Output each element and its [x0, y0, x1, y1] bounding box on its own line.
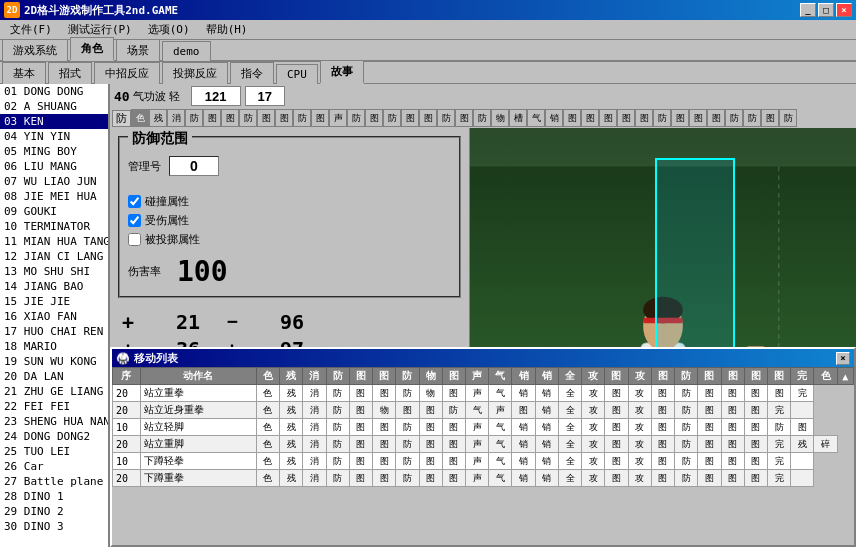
- char-item-05[interactable]: 05 MING BOY: [0, 144, 108, 159]
- toolbar-cell-7[interactable]: 图: [257, 109, 275, 127]
- toolbar-cell-30[interactable]: 图: [671, 109, 689, 127]
- toolbar-cell-20[interactable]: 物: [491, 109, 509, 127]
- toolbar-cell-10[interactable]: 图: [311, 109, 329, 127]
- toolbar-cell-2[interactable]: 消: [167, 109, 185, 127]
- dialog-close-button[interactable]: ×: [836, 352, 850, 365]
- char-item-29[interactable]: 29 DINO 2: [0, 504, 108, 519]
- value1-input[interactable]: [191, 86, 241, 106]
- toolbar-cell-21[interactable]: 槽: [509, 109, 527, 127]
- toolbar-cell-29[interactable]: 防: [653, 109, 671, 127]
- char-item-01[interactable]: 01 DONG DONG: [0, 84, 108, 99]
- toolbar-cell-17[interactable]: 防: [437, 109, 455, 127]
- char-item-23[interactable]: 23 SHENG HUA NAN: [0, 414, 108, 429]
- char-item-09[interactable]: 09 GOUKI: [0, 204, 108, 219]
- dialog-scroll-area[interactable]: 序动作名色残消防图图防物图声气销销全攻图攻图防图图图图完色▲ 20站立重拳色残消…: [112, 367, 854, 545]
- toolbar-cell-34[interactable]: 防: [743, 109, 761, 127]
- toolbar-cell-31[interactable]: 图: [689, 109, 707, 127]
- toolbar-cell-9[interactable]: 防: [293, 109, 311, 127]
- menu-help[interactable]: 帮助(H): [198, 20, 256, 39]
- char-item-02[interactable]: 02 A SHUANG: [0, 99, 108, 114]
- maximize-button[interactable]: □: [818, 3, 834, 17]
- table-row[interactable]: 20下蹲重拳色残消防图图防图图声气销销全攻图攻图防图图图完: [113, 470, 854, 487]
- char-item-14[interactable]: 14 JIANG BAO: [0, 279, 108, 294]
- toolbar-cell-33[interactable]: 防: [725, 109, 743, 127]
- table-row[interactable]: 10站立轻脚色残消防图图防图图声气销销全攻图攻图防图图图防图: [113, 419, 854, 436]
- char-item-27[interactable]: 27 Battle plane: [0, 474, 108, 489]
- toolbar-cell-6[interactable]: 防: [239, 109, 257, 127]
- toolbar-cell-0[interactable]: 色: [131, 109, 149, 127]
- char-item-18[interactable]: 18 MARIO: [0, 339, 108, 354]
- tab-command[interactable]: 指令: [230, 62, 274, 84]
- toolbar-cell-25[interactable]: 图: [581, 109, 599, 127]
- toolbar-cell-28[interactable]: 图: [635, 109, 653, 127]
- toolbar-cell-32[interactable]: 图: [707, 109, 725, 127]
- char-item-20[interactable]: 20 DA LAN: [0, 369, 108, 384]
- toolbar-cell-13[interactable]: 图: [365, 109, 383, 127]
- char-item-26[interactable]: 26 Car: [0, 459, 108, 474]
- tab-throw-reaction[interactable]: 投掷反应: [162, 62, 228, 84]
- toolbar-cell-36[interactable]: 防: [779, 109, 797, 127]
- char-item-17[interactable]: 17 HUO CHAI REN: [0, 324, 108, 339]
- char-item-16[interactable]: 16 XIAO FAN: [0, 309, 108, 324]
- table-row[interactable]: 10下蹲轻拳色残消防图图防图图声气销销全攻图攻图防图图图完: [113, 453, 854, 470]
- table-row[interactable]: 20站立近身重拳色残消防图物图图防气声图销全攻图攻图防图图图完: [113, 402, 854, 419]
- char-item-13[interactable]: 13 MO SHU SHI: [0, 264, 108, 279]
- collision-checkbox[interactable]: [128, 195, 141, 208]
- toolbar-cell-18[interactable]: 图: [455, 109, 473, 127]
- toolbar-cell-3[interactable]: 防: [185, 109, 203, 127]
- menu-file[interactable]: 文件(F): [2, 20, 60, 39]
- char-item-28[interactable]: 28 DINO 1: [0, 489, 108, 504]
- char-item-12[interactable]: 12 JIAN CI LANG: [0, 249, 108, 264]
- management-input[interactable]: [169, 156, 219, 176]
- toolbar-cell-35[interactable]: 图: [761, 109, 779, 127]
- toolbar-cell-26[interactable]: 图: [599, 109, 617, 127]
- cell-data-2-23: 图: [791, 419, 814, 436]
- tab-story[interactable]: 故事: [320, 60, 364, 84]
- char-item-04[interactable]: 04 YIN YIN: [0, 129, 108, 144]
- toolbar-cell-15[interactable]: 图: [401, 109, 419, 127]
- tab-scene[interactable]: 场景: [116, 39, 160, 61]
- table-row[interactable]: 20站立重脚色残消防图图防图图声气销销全攻图攻图防图图图完残碎: [113, 436, 854, 453]
- char-item-10[interactable]: 10 TERMINATOR: [0, 219, 108, 234]
- toolbar-cell-19[interactable]: 防: [473, 109, 491, 127]
- char-item-11[interactable]: 11 MIAN HUA TANG: [0, 234, 108, 249]
- char-item-22[interactable]: 22 FEI FEI: [0, 399, 108, 414]
- tab-demo[interactable]: demo: [162, 41, 211, 61]
- character-list[interactable]: 01 DONG DONG02 A SHUANG03 KEN04 YIN YIN0…: [0, 84, 110, 547]
- toolbar-cell-22[interactable]: 气: [527, 109, 545, 127]
- toolbar-cell-12[interactable]: 防: [347, 109, 365, 127]
- char-item-07[interactable]: 07 WU LIAO JUN: [0, 174, 108, 189]
- tab-character[interactable]: 角色: [70, 37, 114, 61]
- toolbar-cell-24[interactable]: 图: [563, 109, 581, 127]
- toolbar-cell-14[interactable]: 防: [383, 109, 401, 127]
- close-button[interactable]: ×: [836, 3, 852, 17]
- char-item-03[interactable]: 03 KEN: [0, 114, 108, 129]
- char-item-21[interactable]: 21 ZHU GE LIANG: [0, 384, 108, 399]
- tab-move[interactable]: 招式: [48, 62, 92, 84]
- char-item-25[interactable]: 25 TUO LEI: [0, 444, 108, 459]
- char-item-19[interactable]: 19 SUN WU KONG: [0, 354, 108, 369]
- tab-hit-reaction[interactable]: 中招反应: [94, 62, 160, 84]
- toolbar-cell-23[interactable]: 销: [545, 109, 563, 127]
- throw-checkbox[interactable]: [128, 233, 141, 246]
- toolbar-cell-1[interactable]: 残: [149, 109, 167, 127]
- damage-checkbox[interactable]: [128, 214, 141, 227]
- tab-basic[interactable]: 基本: [2, 62, 46, 84]
- toolbar-cell-8[interactable]: 图: [275, 109, 293, 127]
- toolbar-cell-27[interactable]: 图: [617, 109, 635, 127]
- value2-input[interactable]: [245, 86, 285, 106]
- table-row[interactable]: 20站立重拳色残消防图图防物图声气销销全攻图攻图防图图图图完: [113, 385, 854, 402]
- minimize-button[interactable]: _: [800, 3, 816, 17]
- char-item-15[interactable]: 15 JIE JIE: [0, 294, 108, 309]
- tab-game-system[interactable]: 游戏系统: [2, 39, 68, 61]
- toolbar-cell-11[interactable]: 声: [329, 109, 347, 127]
- char-item-08[interactable]: 08 JIE MEI HUA: [0, 189, 108, 204]
- char-item-24[interactable]: 24 DONG DONG2: [0, 429, 108, 444]
- char-item-30[interactable]: 30 DINO 3: [0, 519, 108, 534]
- toolbar-cell-4[interactable]: 图: [203, 109, 221, 127]
- toolbar-cell-5[interactable]: 图: [221, 109, 239, 127]
- tab-cpu[interactable]: CPU: [276, 64, 318, 84]
- toolbar-cell-16[interactable]: 图: [419, 109, 437, 127]
- menu-options[interactable]: 选项(O): [140, 20, 198, 39]
- char-item-06[interactable]: 06 LIU MANG: [0, 159, 108, 174]
